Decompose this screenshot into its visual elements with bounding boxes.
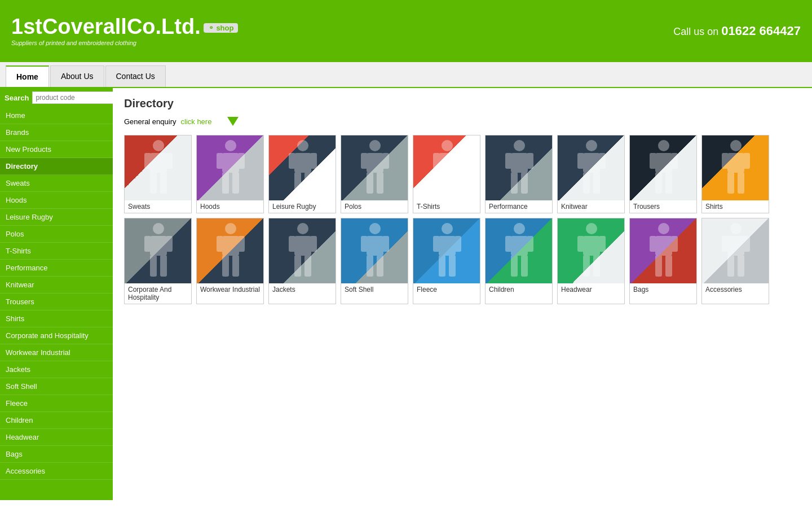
product-card-bags[interactable]: Bags — [629, 218, 697, 304]
sidebar-item-hoods[interactable]: Hoods — [0, 192, 113, 209]
svg-rect-17 — [304, 172, 311, 194]
product-card-soft-shell[interactable]: Soft Shell — [341, 218, 408, 304]
svg-rect-27 — [454, 153, 461, 169]
product-card-t-shirts[interactable]: T-Shirts — [413, 135, 480, 213]
nav-tab-contact[interactable]: Contact Us — [105, 65, 166, 87]
sidebar-item-knitwear[interactable]: Knitwear — [0, 277, 113, 294]
svg-rect-104 — [722, 236, 729, 252]
svg-rect-64 — [222, 255, 229, 277]
svg-rect-10 — [222, 172, 229, 194]
svg-rect-92 — [577, 236, 584, 252]
product-label: Headwear — [558, 283, 624, 296]
svg-point-84 — [514, 223, 525, 234]
svg-rect-73 — [367, 236, 383, 256]
svg-rect-70 — [294, 255, 301, 277]
logo-tagline: Suppliers of printed and embroidered clo… — [11, 40, 238, 46]
content-area: Directory General enquiry click here Swe… — [113, 88, 812, 500]
svg-rect-9 — [238, 153, 245, 169]
product-card-fleece[interactable]: Fleece — [413, 218, 480, 304]
sidebar-item-sweats[interactable]: Sweats — [0, 175, 113, 192]
product-label: Workwear Industrial — [197, 283, 263, 296]
product-card-polos[interactable]: Polos — [341, 135, 408, 213]
product-card-performance[interactable]: Performance — [485, 135, 553, 213]
svg-point-72 — [369, 223, 381, 234]
svg-rect-1 — [150, 153, 167, 173]
product-label: Knitwear — [558, 200, 624, 213]
sidebar-item-corporate-and-hospitality[interactable]: Corporate and Hospitality — [0, 327, 113, 344]
sidebar-item-fleece[interactable]: Fleece — [0, 395, 113, 412]
svg-rect-22 — [367, 172, 373, 194]
svg-rect-46 — [655, 172, 662, 194]
sidebar-item-polos[interactable]: Polos — [0, 226, 113, 243]
product-card-sweats[interactable]: Sweats — [124, 135, 192, 213]
svg-point-18 — [369, 140, 381, 151]
svg-point-24 — [442, 140, 453, 151]
shop-badge: ⚬ shop — [204, 23, 239, 33]
sidebar-item-headwear[interactable]: Headwear — [0, 429, 113, 446]
svg-rect-13 — [294, 153, 311, 173]
product-label: Children — [486, 283, 552, 296]
sidebar-item-brands[interactable]: Brands — [0, 124, 113, 141]
logo-area: 1stCoverallCo.Ltd.⚬ shop Suppliers of pr… — [11, 16, 238, 46]
svg-rect-41 — [593, 172, 600, 194]
product-label: Trousers — [630, 200, 696, 213]
svg-rect-86 — [505, 236, 512, 252]
enquiry-link[interactable]: click here — [181, 117, 212, 126]
product-card-children[interactable]: Children — [485, 218, 553, 304]
sidebar-item-performance[interactable]: Performance — [0, 260, 113, 277]
svg-rect-71 — [304, 255, 311, 277]
nav-tab-about[interactable]: About Us — [50, 65, 104, 87]
nav-tab-home[interactable]: Home — [6, 65, 49, 87]
product-card-headwear[interactable]: Headwear — [557, 218, 625, 304]
svg-rect-47 — [665, 172, 672, 194]
sidebar-item-workwear-industrial[interactable]: Workwear Industrial — [0, 344, 113, 361]
product-label: Polos — [341, 200, 408, 213]
sidebar-item-accessories[interactable]: Accessories — [0, 463, 113, 480]
sidebar-item-new-products[interactable]: New Products — [0, 141, 113, 158]
sidebar-item-shirts[interactable]: Shirts — [0, 310, 113, 327]
product-card-leisure-rugby[interactable]: Leisure Rugby — [268, 135, 336, 213]
svg-rect-55 — [150, 236, 167, 256]
sidebar-item-children[interactable]: Children — [0, 412, 113, 429]
product-card-accessories[interactable]: Accessories — [701, 218, 769, 304]
enquiry-bar: General enquiry click here — [124, 117, 801, 126]
svg-rect-15 — [310, 153, 317, 169]
product-card-hoods[interactable]: Hoods — [196, 135, 264, 213]
product-card-trousers[interactable]: Trousers — [629, 135, 697, 213]
svg-rect-8 — [217, 153, 223, 169]
logo[interactable]: 1stCoverallCo.Ltd.⚬ shop — [11, 16, 238, 37]
svg-rect-59 — [160, 255, 167, 277]
sidebar-item-t-shirts[interactable]: T-Shirts — [0, 243, 113, 260]
svg-rect-31 — [511, 153, 528, 173]
main-layout: Search HomeBrandsNew ProductsDirectorySw… — [0, 88, 812, 500]
svg-rect-56 — [144, 236, 151, 252]
sidebar-item-leisure-rugby[interactable]: Leisure Rugby — [0, 209, 113, 226]
dropdown-arrow-icon[interactable] — [227, 117, 239, 126]
sidebar-item-soft-shell[interactable]: Soft Shell — [0, 378, 113, 395]
svg-rect-107 — [738, 255, 744, 277]
svg-point-12 — [297, 140, 308, 151]
svg-rect-29 — [449, 172, 456, 194]
product-label: T-Shirts — [413, 200, 480, 213]
sidebar-item-jackets[interactable]: Jackets — [0, 361, 113, 378]
sidebar-item-home[interactable]: Home — [0, 107, 113, 124]
product-card-corporate-and-hospitality[interactable]: Corporate And Hospitality — [124, 218, 192, 304]
svg-rect-88 — [511, 255, 518, 277]
svg-rect-53 — [738, 172, 744, 194]
svg-rect-2 — [144, 153, 151, 169]
svg-point-0 — [153, 140, 164, 151]
svg-rect-83 — [449, 255, 456, 277]
search-input[interactable] — [32, 91, 123, 104]
product-label: Performance — [486, 200, 552, 213]
svg-rect-49 — [727, 153, 744, 173]
product-card-shirts[interactable]: Shirts — [701, 135, 769, 213]
search-label: Search — [5, 94, 29, 102]
svg-rect-93 — [599, 236, 606, 252]
product-card-knitwear[interactable]: Knitwear — [557, 135, 625, 213]
sidebar-item-bags[interactable]: Bags — [0, 446, 113, 463]
product-card-jackets[interactable]: Jackets — [268, 218, 336, 304]
product-card-workwear-industrial[interactable]: Workwear Industrial — [196, 218, 264, 304]
sidebar-item-trousers[interactable]: Trousers — [0, 294, 113, 310]
svg-rect-34 — [511, 172, 518, 194]
sidebar-item-directory[interactable]: Directory — [0, 158, 113, 175]
